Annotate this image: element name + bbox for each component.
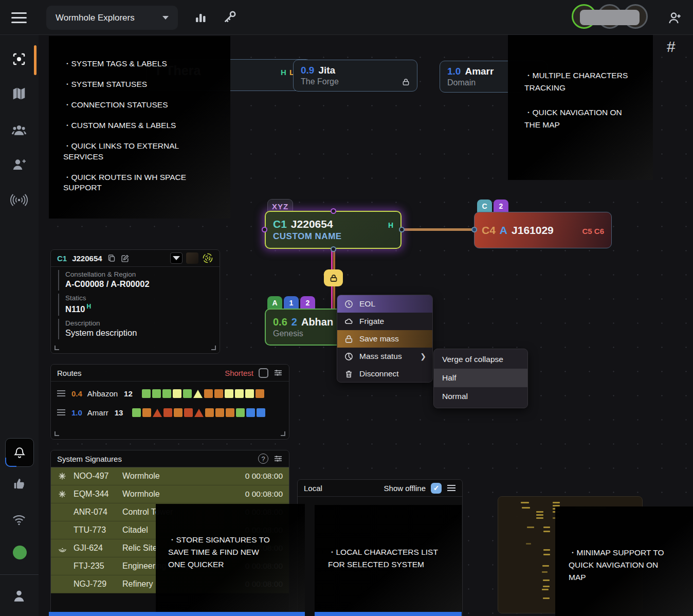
system-node-jita[interactable]: 0.9 Jita The Forge bbox=[293, 60, 417, 92]
submenu-item-normal[interactable]: Normal bbox=[434, 387, 527, 406]
route-row-amarr[interactable]: 1.0 Amarr 13 bbox=[51, 405, 289, 420]
hash-shortcut-icon[interactable]: # bbox=[667, 38, 676, 56]
characters-group-icon[interactable] bbox=[7, 118, 31, 142]
left-sidebar bbox=[0, 35, 39, 616]
system-custom-name: CUSTOM NAME bbox=[273, 231, 342, 241]
route-step-triangle bbox=[193, 390, 203, 398]
system-name: J161029 bbox=[512, 224, 554, 237]
map-canvas[interactable]: T Thera H L N 0.9 Jita The Forge 1.0 Ama… bbox=[39, 35, 693, 616]
route-step-square bbox=[256, 389, 264, 398]
selection-edge bbox=[315, 612, 462, 616]
connection-endpoint[interactable] bbox=[262, 227, 267, 232]
broadcast-signal-icon[interactable] bbox=[7, 188, 31, 212]
menu-item-eol[interactable]: EOL bbox=[337, 295, 432, 313]
route-row-ahbazon[interactable]: 0.4 Ahbazon 12 bbox=[51, 386, 289, 401]
connection-endpoint[interactable] bbox=[471, 227, 477, 232]
menu-item-mass-status[interactable]: Mass status ❯ bbox=[337, 348, 432, 365]
shortest-checkbox[interactable] bbox=[259, 368, 268, 378]
edit-icon[interactable] bbox=[121, 254, 130, 263]
callout-line: ・QUICK LINKS TO EXTERNAL SERVICES bbox=[63, 141, 218, 162]
system-node-j220654[interactable]: C1 J220654 H CUSTOM NAME bbox=[265, 211, 402, 249]
menu-item-save-mass[interactable]: Save mass bbox=[337, 330, 432, 348]
locate-target-icon[interactable] bbox=[202, 252, 213, 264]
menu-item-frigate[interactable]: Frigate bbox=[337, 313, 432, 330]
routes-settings-icon[interactable] bbox=[273, 368, 283, 377]
system-name: Abhan bbox=[301, 316, 333, 328]
info-section-description: Description System description bbox=[58, 319, 220, 339]
resize-handle[interactable] bbox=[211, 346, 216, 350]
pilot-count: 2 bbox=[291, 316, 297, 328]
focus-tracking-icon[interactable] bbox=[7, 47, 31, 71]
menu-item-label: Frigate bbox=[359, 317, 384, 326]
callout-line: ・QUICK NAVIGATION ON THE MAP bbox=[524, 106, 641, 131]
notifications-button[interactable] bbox=[5, 438, 34, 467]
redacted-name bbox=[580, 10, 640, 25]
copy-icon[interactable] bbox=[107, 254, 116, 262]
map-selector-dropdown[interactable]: Wormhole Explorers bbox=[46, 6, 178, 30]
system-badge-a[interactable]: A bbox=[267, 296, 282, 310]
help-icon[interactable]: ? bbox=[258, 454, 268, 464]
connection-status-icon[interactable] bbox=[7, 508, 31, 532]
system-badge-2[interactable]: 2 bbox=[494, 200, 508, 213]
callout-line: ・QUICK ROUTES IN WH SPACE SUPPORT bbox=[63, 172, 218, 194]
local-title: Local bbox=[304, 484, 322, 493]
access-key-icon[interactable] bbox=[222, 9, 238, 25]
features-callout: ・SYSTEM TAGS & LABELS ・SYSTEM STATUSES ・… bbox=[49, 36, 230, 219]
resize-handle[interactable] bbox=[54, 346, 59, 350]
system-badge-c[interactable]: C bbox=[477, 200, 492, 213]
submenu-item-verge-of-collapse[interactable]: Verge of collapse bbox=[434, 350, 527, 369]
chevron-down-icon bbox=[162, 16, 169, 20]
route-step-square bbox=[142, 408, 151, 417]
route-step-square bbox=[236, 408, 245, 417]
character-avatar[interactable] bbox=[186, 252, 198, 264]
wormhole-signature-icon bbox=[51, 490, 74, 498]
resize-handle[interactable] bbox=[281, 431, 285, 436]
system-badge-2[interactable]: 2 bbox=[300, 296, 315, 310]
routes-panel: Routes Shortest 0.4 Ahbazon 12 1.0 Amarr… bbox=[50, 364, 289, 440]
section-label: Constellation & Region bbox=[65, 270, 220, 278]
drag-handle-icon[interactable] bbox=[57, 393, 65, 394]
profile-icon[interactable] bbox=[7, 584, 31, 608]
section-value: N110 bbox=[65, 304, 85, 314]
add-character-sidebar-icon[interactable] bbox=[7, 153, 31, 176]
add-character-icon[interactable] bbox=[667, 10, 683, 26]
system-badge-1[interactable]: 1 bbox=[284, 296, 299, 310]
system-info-header: C1 J220654 bbox=[51, 250, 220, 267]
signature-timer: 0 00:08:00 bbox=[245, 490, 289, 499]
route-step-square bbox=[132, 408, 141, 417]
hamburger-menu-icon[interactable] bbox=[11, 17, 27, 19]
wormhole-connection[interactable] bbox=[402, 228, 475, 231]
relic-site-icon bbox=[51, 545, 74, 552]
map-icon[interactable] bbox=[7, 82, 31, 105]
signature-row[interactable]: NOO-497 Wormhole 0 00:08:00 bbox=[51, 467, 289, 485]
callout-line: ・CONNECTION STATUSES bbox=[63, 100, 218, 111]
app-window: T Thera H L N 0.9 Jita The Forge 1.0 Ama… bbox=[0, 0, 693, 616]
system-node-j161029[interactable]: C4 A J161029 C5 C6 bbox=[474, 212, 612, 248]
submenu-item-half[interactable]: Half bbox=[434, 369, 527, 387]
signature-row[interactable]: EQM-344 Wormhole 0 00:08:00 bbox=[51, 485, 289, 503]
tracking-callout: ・MULTIPLE CHARACTERS TRACKING ・QUICK NAV… bbox=[508, 33, 653, 180]
callout-line: ・SYSTEM STATUSES bbox=[63, 79, 218, 90]
connection-endpoint[interactable] bbox=[399, 227, 405, 232]
signature-id: GJI-624 bbox=[74, 543, 122, 553]
statics-badge: H bbox=[87, 303, 92, 310]
local-menu-icon[interactable] bbox=[447, 484, 456, 492]
rank-icon[interactable] bbox=[170, 252, 183, 264]
statistics-icon[interactable] bbox=[194, 11, 207, 24]
wormhole-class: C4 bbox=[482, 224, 496, 237]
signatures-settings-icon[interactable] bbox=[273, 454, 283, 463]
drag-handle-icon[interactable] bbox=[57, 412, 65, 413]
route-step-triangle bbox=[153, 409, 162, 417]
mass-locked-badge[interactable] bbox=[324, 269, 343, 286]
online-status-indicator[interactable] bbox=[13, 546, 27, 559]
menu-item-disconnect[interactable]: Disconnect bbox=[337, 365, 432, 383]
connection-endpoint[interactable] bbox=[331, 208, 336, 214]
system-name: J220654 bbox=[291, 218, 333, 230]
cloud-icon bbox=[344, 317, 353, 326]
route-step-square bbox=[152, 389, 161, 398]
connection-endpoint[interactable] bbox=[331, 246, 336, 252]
show-offline-checkbox[interactable]: ✓ bbox=[431, 483, 442, 494]
thumbs-up-icon[interactable] bbox=[7, 472, 31, 496]
resize-handle[interactable] bbox=[54, 431, 59, 436]
map-selector-label: Wormhole Explorers bbox=[56, 13, 135, 23]
